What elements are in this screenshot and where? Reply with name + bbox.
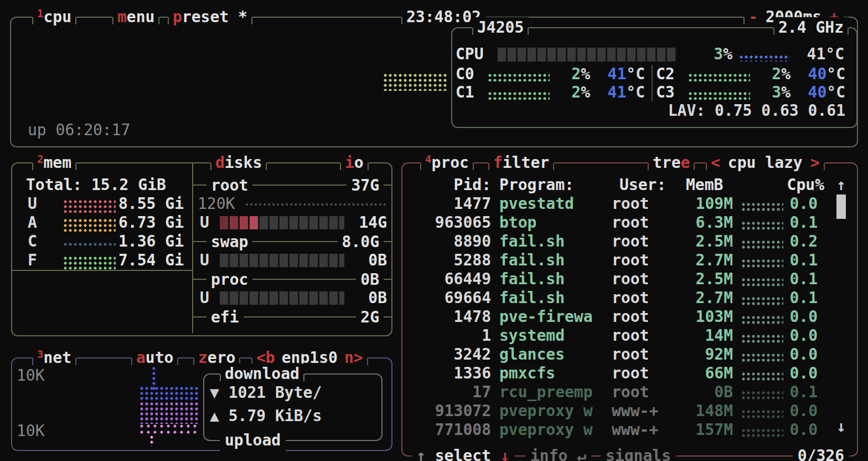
col-header-pid[interactable]: Pid: <box>409 176 491 194</box>
process-row[interactable]: 1477 pvestatd root 109M 0.0 <box>409 194 835 213</box>
process-mem: 0B <box>650 383 733 401</box>
mem-title-label: mem <box>43 153 71 172</box>
signals-button[interactable]: signals <box>601 445 676 461</box>
col-header-program[interactable]: Program: <box>499 176 574 194</box>
disk-used-value: 0B <box>326 289 387 307</box>
mem-total: Total: 15.2 GiB <box>26 176 166 194</box>
process-mem: 109M <box>650 194 733 213</box>
upload-label: upload <box>220 430 286 451</box>
process-row[interactable]: 17 rcu_preemp root 0B 0.1 <box>409 383 835 402</box>
cpu-total-meter <box>498 48 677 62</box>
proc-box-title[interactable]: 4proc <box>420 152 474 173</box>
process-cpu: 0.1 <box>736 289 818 307</box>
cpu-history-graph <box>383 73 447 91</box>
disk-size: 8.0G <box>338 233 384 251</box>
process-name: glances <box>499 345 565 363</box>
process-name: btop <box>499 213 536 232</box>
interval-decrease-button[interactable]: - <box>748 8 758 26</box>
col-header-mem[interactable]: MemB <box>686 176 723 194</box>
net-upload-band <box>140 402 199 424</box>
process-cpu: 0.1 <box>736 251 818 269</box>
process-row[interactable]: 3242 glances root 92M 0.0 <box>409 345 835 364</box>
process-user: root <box>612 364 649 382</box>
core-temp: 40°C <box>763 65 845 83</box>
tree-button[interactable]: tree <box>648 152 695 173</box>
process-user: root <box>612 345 649 363</box>
info-label: info <box>530 447 567 461</box>
preset-label: reset * <box>182 8 247 26</box>
process-cpu: 0.1 <box>736 383 818 401</box>
col-header-user[interactable]: User: <box>619 176 666 194</box>
process-mem: 2.5M <box>650 270 733 288</box>
menu-button[interactable]: menu <box>112 7 159 28</box>
net-scale-top: 10K <box>17 366 45 385</box>
mem-row-label: U <box>28 194 37 213</box>
filter-button[interactable]: filter <box>488 152 554 173</box>
process-row[interactable]: 8890 fail.sh root 2.5M 0.2 <box>409 232 835 251</box>
proc-box: 4proc filter tree <cpu lazy> Pid: Progra… <box>401 162 858 457</box>
process-row[interactable]: 69664 fail.sh root 2.7M 0.1 <box>409 289 835 308</box>
net-auto-button[interactable]: auto <box>131 347 178 368</box>
cpu-box: 1cpu menu preset * 23:48:02 -2000ms+ up … <box>10 17 858 147</box>
disk-used-label: U <box>200 289 209 307</box>
process-user: root <box>612 213 649 232</box>
process-mem: 2.7M <box>650 289 733 307</box>
net-box-title[interactable]: 3net <box>32 347 76 368</box>
info-button[interactable]: info ↵ <box>525 445 591 461</box>
sort-prev-button[interactable]: < <box>711 153 720 172</box>
cpu-frequency: 2.4 GHz <box>773 17 849 38</box>
download-label: download <box>220 363 304 385</box>
disk-size: 0B <box>356 270 384 289</box>
process-user: root <box>612 194 649 213</box>
process-row[interactable]: 1478 pve-firewa root 103M 0.0 <box>409 308 835 326</box>
btop-screen: 1cpu menu preset * 23:48:02 -2000ms+ up … <box>0 0 868 461</box>
iface-next-button[interactable]: n> <box>344 349 363 367</box>
process-pid: 17 <box>409 383 491 401</box>
zero-hotkey: z <box>198 349 208 367</box>
process-pid: 1478 <box>409 308 491 326</box>
disk-used-value: 14G <box>326 213 387 232</box>
auto-label: uto <box>146 349 174 367</box>
disk-size: 2G <box>356 308 384 326</box>
net-speed-panel: download upload ▼ 1021 Byte/ ▲ 5.79 KiB/… <box>203 373 383 441</box>
mem-row: F 7.54 Gi <box>12 251 192 270</box>
select-button[interactable]: ↑ select ↓ <box>411 445 515 461</box>
process-mem: 66M <box>650 364 733 382</box>
process-row[interactable]: 913072 pveproxy w www-+ 148M 0.0 <box>409 402 835 421</box>
cpu-total-label: CPU <box>456 45 484 63</box>
disk-name: root <box>206 176 252 194</box>
download-speed: ▼ 1021 Byte/ <box>210 383 322 402</box>
process-row[interactable]: 1 systemd root 14M 0.0 <box>409 326 835 345</box>
select-down-icon: ↓ <box>500 447 510 461</box>
sort-next-button[interactable]: > <box>810 153 820 172</box>
net-upload-tail <box>149 435 155 446</box>
process-cpu: 0.1 <box>736 213 818 232</box>
core-row-c0: C0 2% 41°C <box>456 65 650 83</box>
mem-box-title[interactable]: 2mem <box>32 152 76 173</box>
preset-button[interactable]: preset * <box>168 7 252 28</box>
process-pid: 69664 <box>409 289 491 307</box>
col-header-cpu[interactable]: Cpu% <box>741 176 824 194</box>
menu-hotkey: m <box>117 8 127 26</box>
process-mem: 2.5M <box>650 232 733 250</box>
process-pid: 8890 <box>409 232 491 250</box>
disk-proc-used-row: U0B <box>193 289 392 308</box>
menu-label: enu <box>127 8 155 26</box>
process-row[interactable]: 963065 btop root 6.3M 0.1 <box>409 213 835 232</box>
proc-scrollbar[interactable] <box>836 194 846 219</box>
process-name: rcu_preemp <box>499 383 593 401</box>
process-mem: 103M <box>650 308 733 326</box>
process-name: pveproxy w <box>499 402 593 420</box>
process-name: fail.sh <box>499 232 565 250</box>
process-name: fail.sh <box>499 270 565 288</box>
disk-proc-header: proc0B <box>193 270 392 289</box>
cpu-box-title[interactable]: 1cpu <box>32 7 76 28</box>
core-temp: 40°C <box>763 83 845 101</box>
process-row[interactable]: 771008 pveproxy w www-+ 157M 0.0 <box>409 421 835 439</box>
process-row[interactable]: 66449 fail.sh root 2.5M 0.1 <box>409 270 835 289</box>
process-row[interactable]: 1336 pmxcfs root 66M 0.0 <box>409 364 835 383</box>
proc-header-row: Pid: Program: User: MemB Cpu% ↑ <box>409 176 849 194</box>
cpu-title-label: cpu <box>43 8 71 26</box>
process-row[interactable]: 5288 fail.sh root 2.7M 0.1 <box>409 251 835 270</box>
cpu-detail-panel: J4205 2.4 GHz CPU 3% 41°C C0 2% 41°C C1 <box>451 27 857 128</box>
